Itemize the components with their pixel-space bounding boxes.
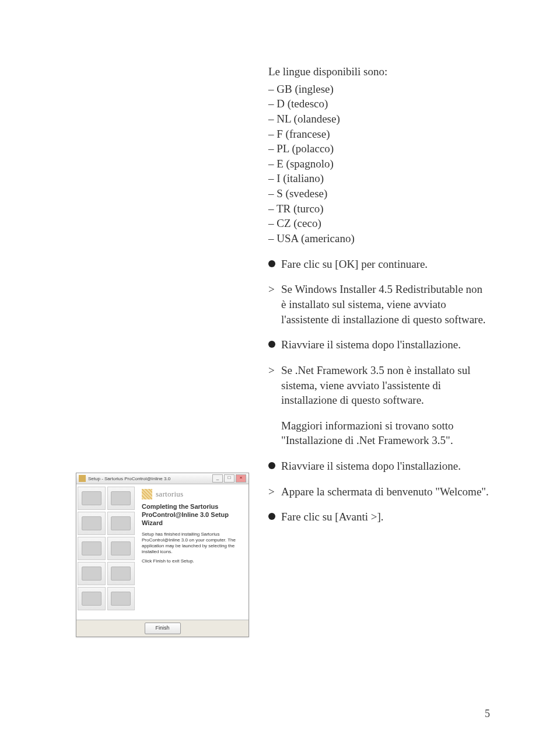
result-note: > Appare la schermata di benvenuto "Welc… <box>268 484 490 499</box>
step-text: Fare clic su [Avanti >]. <box>281 509 384 525</box>
finish-button[interactable]: Finish <box>145 623 181 634</box>
result-note: > Se .Net Framework 3.5 non è installato… <box>268 363 490 408</box>
window-titlebar: Setup - Sartorius ProControl@Inline 3.0 … <box>76 473 249 484</box>
step-text: Riavviare il sistema dopo l'installazion… <box>281 459 461 474</box>
brand-name: sartorius <box>156 490 183 499</box>
device-thumb <box>78 587 106 610</box>
lang-item: F (francese) <box>268 127 490 142</box>
device-icon <box>111 491 131 506</box>
document-text-column: Le lingue disponibili sono: GB (inglese)… <box>268 64 490 535</box>
greater-than-icon: > <box>268 484 275 499</box>
window-buttons: _ □ × <box>212 474 246 483</box>
wizard-main-pane: sartorius Completing the Sartorius ProCo… <box>136 484 249 620</box>
device-icon <box>111 567 131 581</box>
device-thumb <box>107 562 135 585</box>
device-thumb <box>107 537 135 560</box>
wizard-side-images <box>76 484 136 620</box>
bullet-dot-icon <box>268 513 275 520</box>
lang-item: D (tedesco) <box>268 96 490 111</box>
device-icon <box>111 592 131 606</box>
step-text: Fare clic su [OK] per continuare. <box>281 257 428 272</box>
wizard-client-area: sartorius Completing the Sartorius ProCo… <box>76 484 249 620</box>
app-icon <box>79 475 86 482</box>
result-note: > Se Windows Installer 4.5 Redistributab… <box>268 282 490 327</box>
languages-intro: Le lingue disponibili sono: <box>268 64 490 79</box>
bullet-dot-icon <box>268 462 275 469</box>
device-icon <box>111 541 131 556</box>
device-thumb <box>78 512 106 535</box>
step-bullet: Fare clic su [OK] per continuare. <box>268 257 490 272</box>
device-thumb <box>78 487 106 510</box>
minimize-button[interactable]: _ <box>212 474 223 483</box>
result-text: Appare la schermata di benvenuto "Welcom… <box>281 484 489 499</box>
page-number: 5 <box>485 708 490 720</box>
device-thumb <box>78 562 106 585</box>
lang-item: USA (americano) <box>268 231 490 246</box>
bullet-dot-icon <box>268 341 275 348</box>
close-button[interactable]: × <box>236 474 246 483</box>
lang-item: E (spagnolo) <box>268 156 490 172</box>
device-icon <box>111 516 131 531</box>
greater-than-icon: > <box>268 363 275 408</box>
device-icon <box>82 491 102 506</box>
device-icon <box>82 592 102 606</box>
device-icon <box>82 567 102 581</box>
lang-item: TR (turco) <box>268 201 490 216</box>
device-thumb <box>107 587 135 610</box>
language-list: GB (inglese) D (tedesco) NL (olandese) F… <box>268 82 490 246</box>
device-thumb <box>107 487 135 510</box>
lang-item: NL (olandese) <box>268 111 490 127</box>
step-bullet: Riavviare il sistema dopo l'installazion… <box>268 459 490 474</box>
greater-than-icon: > <box>268 282 275 327</box>
device-thumb <box>78 537 106 560</box>
device-icon <box>82 516 102 531</box>
wizard-heading: Completing the Sartorius ProControl@Inli… <box>142 503 243 527</box>
lang-item: S (svedese) <box>268 186 490 201</box>
setup-wizard-window: Setup - Sartorius ProControl@Inline 3.0 … <box>76 473 249 637</box>
lang-item: GB (inglese) <box>268 82 490 97</box>
device-thumb <box>107 512 135 535</box>
step-bullet: Fare clic su [Avanti >]. <box>268 509 490 525</box>
wizard-body-text: Setup has finished installing Sartorius … <box>142 532 243 555</box>
step-bullet: Riavviare il sistema dopo l'installazion… <box>268 337 490 352</box>
brand-row: sartorius <box>142 489 243 499</box>
lang-item: CZ (ceco) <box>268 216 490 231</box>
lang-item: I (italiano) <box>268 171 490 186</box>
info-paragraph: Maggiori informazioni si trovano sotto "… <box>268 418 490 448</box>
device-icon <box>82 541 102 556</box>
window-title: Setup - Sartorius ProControl@Inline 3.0 <box>88 476 212 481</box>
step-text: Riavviare il sistema dopo l'installazion… <box>281 337 461 352</box>
wizard-body-text: Click Finish to exit Setup. <box>142 558 243 564</box>
brand-logo-icon <box>142 489 152 499</box>
lang-item: PL (polacco) <box>268 141 490 156</box>
wizard-button-bar: Finish <box>76 620 249 637</box>
bullet-dot-icon <box>268 260 275 267</box>
result-text: Se Windows Installer 4.5 Redistributable… <box>281 282 490 327</box>
maximize-button[interactable]: □ <box>224 474 235 483</box>
result-text: Se .Net Framework 3.5 non è installato s… <box>281 363 490 408</box>
